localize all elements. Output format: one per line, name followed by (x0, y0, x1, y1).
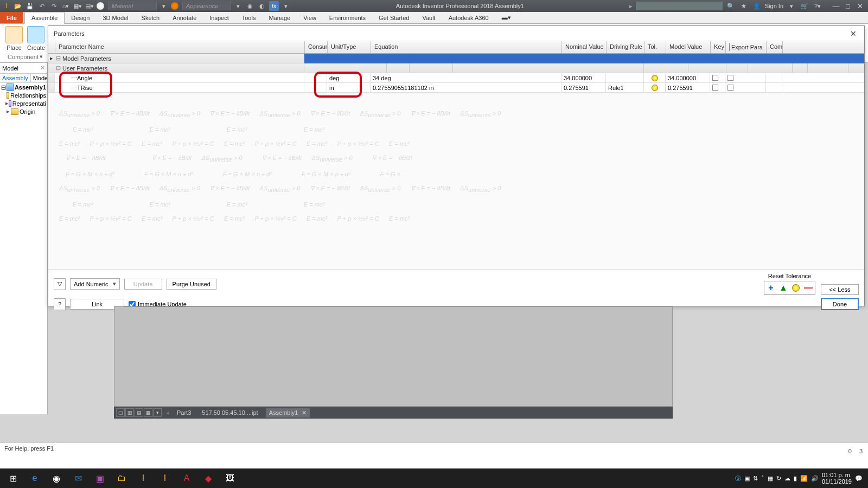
tab-vault[interactable]: Vault (416, 12, 442, 23)
redo-icon[interactable]: ↷ (49, 1, 59, 11)
export-checkbox[interactable] (727, 75, 733, 81)
param-group-user[interactable]: ⊟ User Parameters (48, 63, 864, 73)
tab-extra[interactable]: ▬▾ (495, 12, 518, 23)
add-numeric-button[interactable]: Add Numeric (70, 278, 120, 290)
outlook-icon[interactable]: ✉ (67, 470, 89, 487)
viewport-2h-icon[interactable]: ▥ (125, 408, 134, 417)
open-icon[interactable]: 📂 (13, 1, 23, 11)
tab-inspect[interactable]: Inspect (203, 12, 235, 23)
qa-more-icon[interactable]: ▾ (281, 1, 291, 11)
tab-a360[interactable]: Autodesk A360 (442, 12, 495, 23)
tray-icon[interactable]: ↻ (776, 475, 781, 482)
inventor-icon[interactable]: I (132, 470, 154, 487)
dialog-close-icon[interactable]: ✕ (848, 29, 859, 38)
star-icon[interactable]: ★ (739, 1, 749, 11)
tray-icon[interactable]: ▣ (744, 475, 750, 482)
taskbar-clock[interactable]: 01:01 p. m. 01/11/2019 (822, 472, 852, 485)
param-row[interactable]: ⋯ Angle deg 34 deg 34.000000 34.000000 (48, 73, 864, 83)
file-tab[interactable]: File (0, 12, 23, 23)
close-button[interactable]: ✕ (854, 2, 866, 10)
tray-icon[interactable]: ⇅ (753, 475, 758, 482)
viewport-2v-icon[interactable]: ▤ (135, 408, 143, 417)
doc-tab-part3[interactable]: Part3 (174, 408, 194, 417)
doc-tab-assembly[interactable]: Assembly1 ✕ (266, 408, 310, 418)
wifi-icon[interactable]: 📶 (800, 475, 808, 482)
browser-root[interactable]: ⊟Assembly1 (0, 83, 47, 92)
browser-node[interactable]: Relationships (0, 92, 47, 99)
undo-icon[interactable]: ↶ (37, 1, 47, 11)
tol-plus-icon[interactable]: + (765, 282, 776, 293)
viewport-single-icon[interactable]: ▢ (116, 408, 125, 417)
browser-tab-assembly[interactable]: Assembly (0, 74, 31, 82)
qa1-icon[interactable]: ◉ (245, 1, 255, 11)
tab-getstarted[interactable]: Get Started (372, 12, 416, 23)
place-button[interactable] (5, 26, 23, 43)
tray-icon[interactable]: ☁ (784, 475, 790, 482)
restore-button[interactable]: □ (842, 2, 854, 10)
tab-assemble[interactable]: Assemble (24, 12, 65, 24)
battery-icon[interactable]: ▮ (794, 475, 797, 482)
search-go-icon[interactable]: 🔍 (726, 1, 736, 11)
done-button[interactable]: Done (821, 298, 859, 310)
tol-nominal-icon[interactable] (790, 282, 801, 293)
doc-tab-ipt[interactable]: 517.50.05.45.10....ipt (199, 408, 261, 417)
min-button[interactable]: — (830, 2, 842, 10)
select-icon[interactable]: ▦▾ (73, 1, 82, 11)
explorer-icon[interactable]: 🗀 (111, 470, 132, 487)
tab-sketch[interactable]: Sketch (135, 12, 167, 23)
appearance-combo[interactable]: Appearance (182, 2, 231, 10)
tolerance-buttons[interactable]: + ▲ — (764, 281, 815, 295)
skype-tray-icon[interactable]: Ⓢ (735, 474, 741, 483)
material-combo[interactable]: Material (108, 2, 157, 10)
tab-annotate[interactable]: Annotate (166, 12, 203, 23)
search-input[interactable] (636, 2, 723, 10)
appearance-swatch-icon[interactable] (171, 2, 178, 10)
volume-icon[interactable]: 🔊 (811, 475, 819, 482)
onenote-icon[interactable]: ▣ (89, 470, 111, 487)
less-button[interactable]: << Less (821, 284, 859, 295)
tol-minus-icon[interactable]: — (803, 282, 814, 293)
tol-up-icon[interactable]: ▲ (778, 282, 789, 293)
param-row[interactable]: ⋯ TRise in 0.275590551181102 in 0.275591… (48, 83, 864, 93)
graphics-area[interactable] (114, 306, 673, 407)
user-icon[interactable]: 👤 (752, 1, 762, 11)
viewport-4-icon[interactable]: ▦ (144, 408, 152, 417)
create-button[interactable] (27, 26, 44, 43)
tray-icon[interactable]: ▦ (768, 475, 773, 482)
tray-up-icon[interactable]: ˄ (761, 475, 764, 482)
param-group-model[interactable]: ▸⊟ Model Parameters (48, 54, 864, 63)
notifications-icon[interactable]: 💬 (855, 475, 863, 482)
app-icon[interactable]: ◆ (197, 470, 219, 487)
material-swatch-icon[interactable] (97, 2, 104, 10)
chrome-icon[interactable]: ◉ (46, 470, 67, 487)
edge-icon[interactable]: e (24, 470, 46, 487)
cart-icon[interactable]: 🛒 (800, 1, 809, 11)
viewport-more-icon[interactable]: ▾ (153, 408, 162, 417)
tab-tools[interactable]: Tools (235, 12, 263, 23)
export-checkbox[interactable] (727, 85, 733, 91)
autocad-icon[interactable]: A (176, 470, 197, 487)
inventor2-icon[interactable]: I (154, 470, 176, 487)
layers-icon[interactable]: ▤▾ (85, 1, 94, 11)
start-button[interactable]: ⊞ (2, 470, 24, 487)
key-checkbox[interactable] (712, 75, 718, 81)
qa2-icon[interactable]: ◐ (257, 1, 267, 11)
tab-manage[interactable]: Manage (262, 12, 297, 23)
filter-button[interactable]: ▽ (54, 278, 66, 290)
browser-tab-model[interactable]: Model (31, 74, 48, 82)
purge-button[interactable]: Purge Unused (167, 279, 216, 290)
photos-icon[interactable]: 🖼 (219, 470, 241, 487)
tab-design[interactable]: Design (65, 12, 96, 23)
fx-icon[interactable]: fx (269, 1, 279, 11)
key-checkbox[interactable] (712, 85, 718, 91)
home-icon[interactable]: ⌂▾ (61, 1, 71, 11)
chevron-down-icon[interactable]: ▾ (40, 53, 43, 60)
browser-node[interactable]: ▸Origin (0, 107, 47, 115)
save-icon[interactable]: 💾 (25, 1, 35, 11)
tab-view[interactable]: View (297, 12, 323, 23)
browser-node[interactable]: ▸Representati (0, 99, 47, 107)
close-panel-icon[interactable]: ✕ (40, 65, 45, 72)
info-button[interactable]: ? (54, 298, 66, 310)
help-icon[interactable]: ?▾ (813, 1, 822, 11)
signin-link[interactable]: Sign In (765, 3, 783, 9)
